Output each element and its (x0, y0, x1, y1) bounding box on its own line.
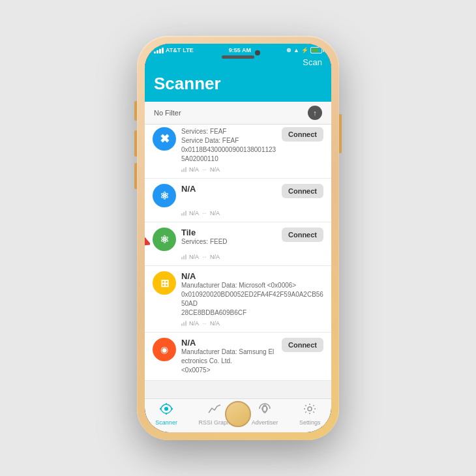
sdot3 (185, 211, 186, 216)
sdot3 (185, 254, 186, 260)
scan-button[interactable]: Scan (303, 57, 322, 67)
connector-icon: ↔ (201, 166, 207, 173)
phone-screen: AT&T LTE 9:55 AM ⊕ ▲ ⚡ Scan Sc (145, 44, 331, 432)
list-item: ⚛ N/A Connect (145, 179, 331, 222)
filter-label: No Filter (154, 109, 181, 117)
connect-button[interactable]: Connect (282, 184, 323, 198)
connect-button[interactable]: Connect (282, 338, 323, 352)
connector-icon: ↔ (201, 210, 207, 216)
time-label: 9:55 AM (229, 47, 251, 53)
sdot2 (183, 256, 185, 260)
device-name-tile: Tile (181, 228, 276, 237)
device-icon-yellow: ⊞ (153, 271, 176, 295)
tab-settings-label: Settings (299, 419, 321, 426)
sdot2 (183, 322, 185, 326)
status-left: AT&T LTE (154, 47, 194, 53)
app-screen: AT&T LTE 9:55 AM ⊕ ▲ ⚡ Scan Sc (145, 44, 331, 432)
svg-point-1 (164, 407, 168, 411)
list-item: ⊞ N/A Manufacturer Data: Microsoft <0x00… (145, 266, 331, 333)
bar4 (162, 48, 164, 53)
settings-tab-icon (303, 403, 316, 418)
signal-label: N/A (189, 254, 199, 260)
sdot1 (181, 213, 183, 216)
advertiser-tab-icon (258, 403, 271, 418)
samsung-icon: ◉ (160, 344, 168, 355)
connector-icon: ↔ (201, 320, 207, 327)
device-icon-green: ⚛ (153, 228, 176, 251)
device-row: ✖ Services: FEAFService Data: FEAF0x0118… (153, 127, 323, 164)
page-title-bar: Scanner (145, 72, 331, 102)
volume-up-button[interactable] (134, 130, 137, 156)
status-bar: AT&T LTE 9:55 AM ⊕ ▲ ⚡ (145, 44, 331, 55)
device-row: ⚛ Tile Services: FEED Connect (153, 228, 323, 251)
signal-bars (154, 48, 164, 53)
filter-icon[interactable]: ↑ (308, 106, 322, 120)
mute-button[interactable] (134, 101, 137, 121)
wifi-icon: ▲ (293, 47, 299, 53)
device-name: N/A (181, 338, 276, 348)
device-detail: Manufacturer Data: Microsoft <0x0006>0x0… (181, 281, 323, 318)
signal-row: N/A ↔ N/A (153, 254, 323, 260)
signal-label2: N/A (210, 254, 220, 260)
tab-advertiser-label: Advertiser (252, 419, 278, 426)
signal-label2: N/A (210, 210, 220, 216)
signal-row: N/A ↔ N/A (153, 320, 323, 327)
connect-button[interactable]: Connect (282, 127, 323, 141)
bar2 (156, 50, 158, 53)
device-list-inner: ✖ Services: FEAFService Data: FEAF0x0118… (145, 125, 331, 381)
device-row: ⊞ N/A Manufacturer Data: Microsoft <0x00… (153, 271, 323, 318)
signal-row: N/A ↔ N/A (153, 166, 323, 173)
signal-label: N/A (189, 166, 199, 173)
device-name: N/A (181, 184, 276, 194)
tab-settings[interactable]: Settings (299, 403, 321, 426)
signal-label2: N/A (210, 320, 220, 327)
list-item-tile: ⚛ Tile Services: FEED Connect (145, 222, 331, 266)
signal-dots (181, 254, 186, 260)
rssi-tab-icon (208, 403, 221, 418)
device-info: N/A Manufacturer Data: Samsung Electroni… (181, 338, 276, 375)
camera (255, 50, 260, 55)
volume-down-button[interactable] (134, 163, 137, 189)
device-detail-tile: Services: FEED (181, 237, 276, 246)
battery-icon (310, 47, 322, 53)
device-row: ◉ N/A Manufacturer Data: Samsung Electro… (153, 338, 323, 375)
status-right: ⊕ ▲ ⚡ (286, 47, 322, 53)
device-detail: Services: FEAFService Data: FEAF0x0118B4… (181, 127, 276, 164)
filter-bar[interactable]: No Filter ↑ (145, 102, 331, 125)
signal-label: N/A (189, 320, 199, 327)
signal-row: N/A ↔ N/A (153, 210, 323, 216)
tab-rssi-label: RSSI Graph (199, 419, 231, 426)
list-item: ✖ Services: FEAFService Data: FEAF0x0118… (145, 125, 331, 179)
device-detail: Manufacturer Data: Samsung Electronics C… (181, 348, 276, 375)
device-info: Services: FEAFService Data: FEAF0x0118B4… (181, 127, 276, 164)
list-item: ◉ N/A Manufacturer Data: Samsung Electro… (145, 333, 331, 381)
device-list: ✖ Services: FEAFService Data: FEAF0x0118… (145, 125, 331, 398)
power-button[interactable] (339, 114, 342, 153)
bluetooth-icon3: ⚛ (160, 233, 169, 246)
signal-label2: N/A (210, 166, 220, 173)
sdot1 (181, 170, 183, 172)
home-button[interactable] (225, 401, 251, 427)
device-icon-blue: ⚛ (153, 184, 176, 207)
tab-scanner[interactable]: Scanner (155, 403, 177, 426)
carrier-label: AT&T (166, 47, 181, 53)
scanner-tab-icon (160, 403, 173, 418)
network-label: LTE (183, 47, 193, 53)
device-info: Tile Services: FEED (181, 228, 276, 246)
device-name: N/A (181, 271, 323, 281)
annotation-arrow (145, 233, 150, 254)
svg-point-3 (308, 407, 312, 411)
device-icon-orange: ◉ (153, 338, 176, 361)
tab-advertiser[interactable]: Advertiser (252, 403, 278, 426)
tab-scanner-label: Scanner (155, 419, 177, 426)
charging-icon: ⚡ (301, 47, 308, 53)
sdot3 (185, 321, 186, 326)
device-icon-blue: ✖ (153, 127, 176, 151)
connect-button[interactable]: Connect (282, 228, 323, 242)
bar1 (154, 52, 156, 53)
battery-fill (312, 48, 318, 52)
signal-dots (181, 167, 186, 172)
speaker (222, 55, 254, 59)
bluetooth-icon2: ⚛ (160, 190, 169, 202)
sdot2 (183, 168, 185, 172)
